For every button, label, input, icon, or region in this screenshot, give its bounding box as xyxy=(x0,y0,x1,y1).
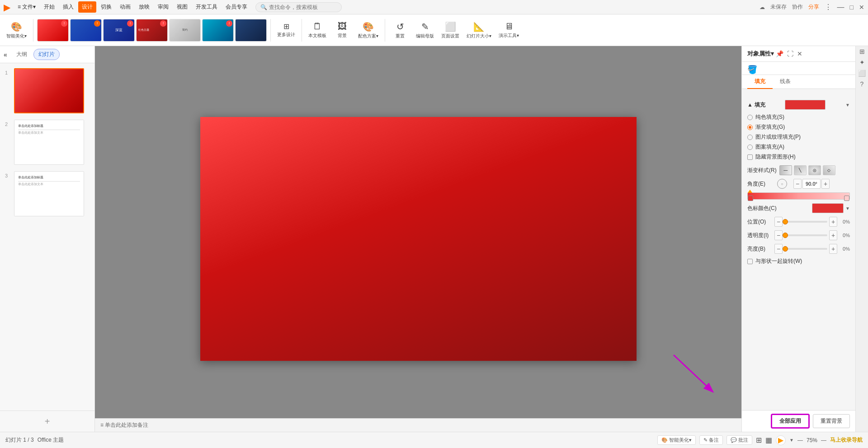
page-setup-button[interactable]: ⬜ 页面设置 xyxy=(439,17,462,43)
gradient-style-radial[interactable]: ◎ xyxy=(808,165,821,175)
position-slider[interactable]: − + xyxy=(774,217,837,227)
slide-thumb-2[interactable]: 单击此处添加标题 单击此处添加文本 xyxy=(14,120,84,165)
background-button[interactable]: 🖼 背景 xyxy=(331,17,354,43)
transparency-plus-button[interactable]: + xyxy=(829,230,837,240)
transparency-slider[interactable]: − + xyxy=(774,230,837,240)
angle-circle[interactable]: ○ xyxy=(777,179,787,189)
add-slide-button[interactable]: + xyxy=(41,415,54,428)
angle-plus-button[interactable]: + xyxy=(821,179,830,189)
template-thumb-6[interactable]: ! xyxy=(202,19,234,42)
template-thumb-2[interactable]: ! xyxy=(70,19,102,42)
search-input[interactable] xyxy=(269,4,337,10)
minimize-icon[interactable]: — xyxy=(837,3,844,11)
right-mini-icon-3[interactable]: ⬜ xyxy=(858,70,866,77)
checkbox-hide-bg[interactable]: 隐藏背景图形(H) xyxy=(747,153,850,161)
template-thumb-3[interactable]: 深蓝 ! xyxy=(103,19,135,42)
gradient-style-linear2[interactable]: ╲ xyxy=(794,165,807,175)
radio-picture-texture-fill[interactable]: 图片或纹理填充(P) xyxy=(747,133,850,141)
gradient-bar[interactable] xyxy=(747,192,850,200)
position-track[interactable] xyxy=(784,221,827,223)
tab-line[interactable]: 线条 xyxy=(773,75,798,89)
view-grid-icon[interactable]: ▦ xyxy=(765,436,772,444)
reset-button[interactable]: ↺ 重置 xyxy=(389,17,411,43)
position-plus-button[interactable]: + xyxy=(829,217,837,227)
position-minus-button[interactable]: − xyxy=(774,217,783,227)
right-mini-icon-2[interactable]: ✦ xyxy=(859,59,865,66)
template-thumb-1[interactable]: ! xyxy=(37,19,69,42)
transparency-minus-button[interactable]: − xyxy=(774,230,783,240)
menu-developer[interactable]: 开发工具 xyxy=(192,1,221,13)
template-thumb-5[interactable]: 简约 xyxy=(169,19,201,42)
pin-icon[interactable]: 📌 xyxy=(776,50,783,57)
canvas-area[interactable]: ≡ 单击此处添加备注 xyxy=(95,46,741,432)
expand-icon[interactable]: ⛶ xyxy=(787,50,793,57)
edit-master-button[interactable]: ✎ 编辑母版 xyxy=(413,17,437,43)
transparency-track[interactable] xyxy=(784,234,827,236)
slides-nav-back[interactable]: « xyxy=(4,51,7,58)
presentation-tools-button[interactable]: 🖥 演示工具▾ xyxy=(496,17,522,43)
radio-pattern-fill[interactable]: 图案填充(A) xyxy=(747,143,850,151)
gradient-stop-left[interactable] xyxy=(748,196,753,201)
share-label[interactable]: 分享 xyxy=(808,3,819,11)
menu-transition[interactable]: 切换 xyxy=(97,1,115,13)
menu-member[interactable]: 会员专享 xyxy=(222,1,251,13)
tab-fill[interactable]: 填充 xyxy=(747,75,773,89)
radio-gradient-fill[interactable]: 渐变填充(G) xyxy=(747,123,850,131)
menu-slideshow[interactable]: 放映 xyxy=(135,1,153,13)
slide-thumb-3[interactable]: 单击此处添加标题 单击此处添加文本 xyxy=(14,171,84,216)
color-stop-swatch[interactable] xyxy=(812,203,844,213)
template-thumb-7[interactable] xyxy=(235,19,267,42)
smart-beautify-status-btn[interactable]: 🎨 智能美化▾ xyxy=(657,435,696,445)
brightness-minus-button[interactable]: − xyxy=(774,244,783,254)
text-template-button[interactable]: 🗒 本文模板 xyxy=(306,17,329,43)
play-dropdown[interactable]: ▼ xyxy=(789,438,794,443)
gradient-stop-right[interactable] xyxy=(844,196,849,201)
brightness-thumb[interactable] xyxy=(783,246,788,252)
color-scheme-button[interactable]: 🎨 配色方案▾ xyxy=(355,17,381,43)
slide-size-button[interactable]: 📐 幻灯片大小▾ xyxy=(464,17,494,43)
fill-dropdown-icon[interactable]: ▼ xyxy=(845,103,850,107)
collaborate-label[interactable]: 协作 xyxy=(792,3,803,11)
reset-background-button[interactable]: 重置背景 xyxy=(813,414,850,428)
canvas-slide[interactable] xyxy=(200,117,637,361)
menu-animation[interactable]: 动画 xyxy=(116,1,134,13)
brightness-track[interactable] xyxy=(784,248,827,250)
fill-color-preview[interactable] xyxy=(785,100,826,110)
comments-button[interactable]: 💬 批注 xyxy=(726,435,752,445)
close-panel-icon[interactable]: ✕ xyxy=(797,50,802,57)
more-designs-button[interactable]: ⊞ 更多设计 xyxy=(274,17,298,43)
tab-outline[interactable]: 大纲 xyxy=(12,49,32,60)
close-icon[interactable]: ✕ xyxy=(859,4,864,11)
menu-view[interactable]: 视图 xyxy=(173,1,191,13)
menu-insert[interactable]: 插入 xyxy=(59,1,77,13)
slide-item-1[interactable]: 1 xyxy=(4,67,91,115)
add-note-label[interactable]: ≡ 单击此处添加备注 xyxy=(100,421,148,429)
menu-design[interactable]: 设计 xyxy=(78,1,96,13)
maximize-icon[interactable]: □ xyxy=(850,4,854,11)
slide-item-3[interactable]: 3 单击此处添加标题 单击此处添加文本 xyxy=(4,170,91,218)
play-button[interactable]: ▶ xyxy=(776,435,786,445)
gradient-style-diamond[interactable]: ◇ xyxy=(823,165,835,175)
notes-button[interactable]: ✎ 备注 xyxy=(699,435,723,445)
slide-item-2[interactable]: 2 单击此处添加标题 单击此处添加文本 xyxy=(4,118,91,166)
color-stop-dropdown[interactable]: ▼ xyxy=(845,206,850,211)
template-thumb-4[interactable]: 红色主题 ! xyxy=(136,19,168,42)
angle-minus-button[interactable]: − xyxy=(793,179,802,189)
smart-beautify-button[interactable]: 🎨 智能美化▾ xyxy=(4,17,29,43)
more-icon[interactable]: ⋮ xyxy=(825,3,832,11)
gradient-style-linear1[interactable]: — xyxy=(779,165,792,175)
slide-thumb-1[interactable] xyxy=(14,68,84,113)
position-thumb[interactable] xyxy=(783,219,788,224)
radio-solid-fill[interactable]: 纯色填充(S) xyxy=(747,113,850,121)
brightness-slider[interactable]: − + xyxy=(774,244,837,254)
view-normal-icon[interactable]: ⊞ xyxy=(756,436,762,444)
rotate-with-shape-row[interactable]: 与形状一起旋转(W) xyxy=(747,257,850,265)
brightness-plus-button[interactable]: + xyxy=(829,244,837,254)
transparency-thumb[interactable] xyxy=(783,233,788,238)
right-mini-icon-1[interactable]: ⊞ xyxy=(859,48,865,55)
apply-all-button[interactable]: 全部应用 xyxy=(771,414,809,428)
unsaved-label[interactable]: 未保存 xyxy=(770,3,787,11)
menu-review[interactable]: 审阅 xyxy=(154,1,172,13)
menu-file[interactable]: ≡ 文件▾ xyxy=(14,1,39,13)
right-mini-icon-4[interactable]: ? xyxy=(860,80,864,88)
